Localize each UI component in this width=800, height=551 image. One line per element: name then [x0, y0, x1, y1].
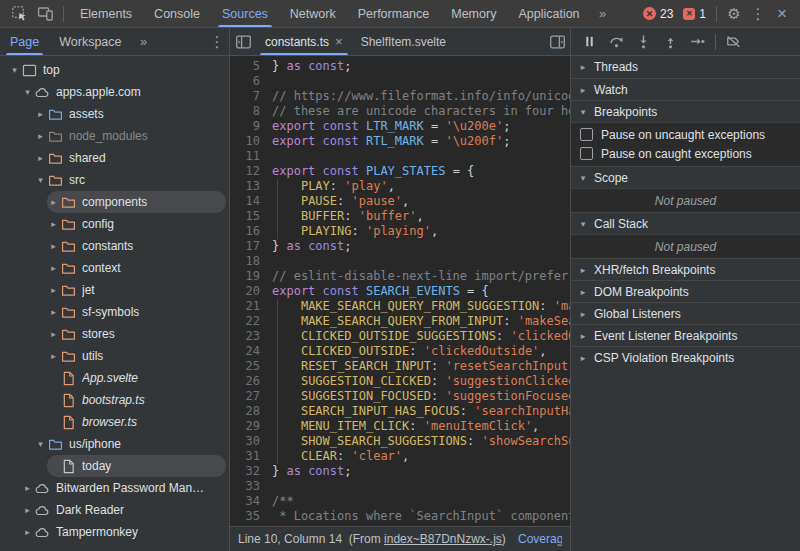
- tab-console[interactable]: Console: [143, 0, 211, 27]
- tree-item-config[interactable]: ▸config: [0, 213, 229, 235]
- tree-item-shared[interactable]: ▸shared: [0, 147, 229, 169]
- expander-closed-icon[interactable]: ▸: [34, 153, 47, 163]
- tree-item-apps-apple-com[interactable]: ▾apps.apple.com: [0, 81, 229, 103]
- line-number[interactable]: 6: [230, 74, 260, 89]
- line-number[interactable]: 21: [230, 299, 260, 314]
- tab-application[interactable]: Application: [507, 0, 590, 27]
- expander-closed-icon[interactable]: ▸: [47, 197, 60, 207]
- more-navigator-tabs-icon[interactable]: »: [132, 30, 156, 54]
- line-number[interactable]: 26: [230, 374, 260, 389]
- step-icon[interactable]: [684, 30, 711, 54]
- step-over-icon[interactable]: [603, 30, 630, 54]
- section-global-listeners[interactable]: ▸Global Listeners: [571, 302, 800, 324]
- checkbox-row-pause-on-uncaught-exceptions[interactable]: Pause on uncaught exceptions: [571, 125, 800, 144]
- pause-icon[interactable]: [576, 30, 603, 54]
- line-number[interactable]: 18: [230, 254, 260, 269]
- expander-closed-icon[interactable]: ▸: [21, 527, 34, 537]
- line-number[interactable]: 33: [230, 479, 260, 494]
- navigator-tab-page[interactable]: Page: [0, 28, 49, 55]
- tab-elements[interactable]: Elements: [69, 0, 143, 27]
- expander-closed-icon[interactable]: ▸: [47, 307, 60, 317]
- line-number[interactable]: 9: [230, 119, 260, 134]
- tree-item-context[interactable]: ▸context: [0, 257, 229, 279]
- section-csp-violation-breakpoints[interactable]: ▸CSP Violation Breakpoints: [571, 346, 800, 368]
- tree-item-top[interactable]: ▾top: [0, 59, 229, 81]
- close-tab-icon[interactable]: ×: [335, 35, 343, 48]
- tree-item-today[interactable]: today: [0, 455, 229, 477]
- line-number[interactable]: 11: [230, 149, 260, 164]
- line-number[interactable]: 16: [230, 224, 260, 239]
- line-number[interactable]: 7: [230, 89, 260, 104]
- expander-open-icon[interactable]: ▾: [34, 439, 47, 449]
- section-event-listener-breakpoints[interactable]: ▸Event Listener Breakpoints: [571, 324, 800, 346]
- expander-closed-icon[interactable]: ▸: [47, 285, 60, 295]
- tree-item-assets[interactable]: ▸assets: [0, 103, 229, 125]
- kebab-menu-icon[interactable]: ⋮: [746, 2, 770, 26]
- line-number[interactable]: 10: [230, 134, 260, 149]
- line-number[interactable]: 8: [230, 104, 260, 119]
- device-toolbar-icon[interactable]: [32, 2, 58, 26]
- line-number[interactable]: 30: [230, 434, 260, 449]
- tree-item-utils[interactable]: ▸utils: [0, 345, 229, 367]
- section-xhr-fetch-breakpoints[interactable]: ▸XHR/fetch Breakpoints: [571, 258, 800, 280]
- line-number[interactable]: 29: [230, 419, 260, 434]
- step-into-icon[interactable]: [630, 30, 657, 54]
- line-number[interactable]: 27: [230, 389, 260, 404]
- editor-tab-shelfitem-svelte[interactable]: ShelfItem.svelte: [352, 28, 455, 55]
- line-number[interactable]: 23: [230, 329, 260, 344]
- tree-item-app-svelte[interactable]: App.svelte: [0, 367, 229, 389]
- line-number[interactable]: 20: [230, 284, 260, 299]
- navigator-tab-workspace[interactable]: Workspace: [49, 28, 131, 55]
- line-number[interactable]: 13: [230, 179, 260, 194]
- line-number[interactable]: 25: [230, 359, 260, 374]
- tree-item-tampermonkey[interactable]: ▸Tampermonkey: [0, 521, 229, 543]
- expander-closed-icon[interactable]: ▸: [21, 483, 34, 493]
- line-number[interactable]: 22: [230, 314, 260, 329]
- expander-closed-icon[interactable]: ▸: [47, 329, 60, 339]
- expander-closed-icon[interactable]: ▸: [34, 131, 47, 141]
- line-number[interactable]: 32: [230, 464, 260, 479]
- section-breakpoints[interactable]: ▾Breakpoints: [571, 100, 800, 122]
- error-badge[interactable]: ✕ 23: [643, 7, 673, 21]
- tree-item-sf-symbols[interactable]: ▸sf-symbols: [0, 301, 229, 323]
- expander-open-icon[interactable]: ▾: [8, 65, 21, 75]
- checkbox-row-pause-on-caught-exceptions[interactable]: Pause on caught exceptions: [571, 144, 800, 163]
- editor-tab-constants-ts[interactable]: constants.ts×: [256, 28, 352, 55]
- tab-sources[interactable]: Sources: [211, 0, 279, 27]
- tree-item-dark-reader[interactable]: ▸Dark Reader: [0, 499, 229, 521]
- line-number[interactable]: 28: [230, 404, 260, 419]
- line-number[interactable]: 12: [230, 164, 260, 179]
- expander-closed-icon[interactable]: ▸: [47, 351, 60, 361]
- expander-closed-icon[interactable]: ▸: [34, 109, 47, 119]
- line-number[interactable]: 24: [230, 344, 260, 359]
- section-call-stack[interactable]: ▾Call Stack: [571, 212, 800, 234]
- inspect-element-icon[interactable]: [6, 2, 32, 26]
- coverage-link[interactable]: Coverage: [518, 532, 562, 546]
- tree-item-node-modules[interactable]: ▸node_modules: [0, 125, 229, 147]
- section-scope[interactable]: ▾Scope: [571, 166, 800, 188]
- tree-item-constants[interactable]: ▸constants: [0, 235, 229, 257]
- toggle-navigator-icon[interactable]: [230, 30, 256, 54]
- tree-item-browser-ts[interactable]: browser.ts: [0, 411, 229, 433]
- gear-icon[interactable]: ⚙: [722, 2, 746, 26]
- line-number[interactable]: 14: [230, 194, 260, 209]
- tree-item-us-iphone[interactable]: ▾us/iphone: [0, 433, 229, 455]
- expander-open-icon[interactable]: ▾: [34, 175, 47, 185]
- code-editor[interactable]: 5} as const;67// https://www.fileformat.…: [230, 56, 570, 526]
- section-threads[interactable]: ▸Threads: [571, 56, 800, 78]
- checkbox[interactable]: [580, 128, 593, 141]
- mapped-source-link[interactable]: index~B87DnNzwx-.js: [384, 532, 502, 546]
- section-dom-breakpoints[interactable]: ▸DOM Breakpoints: [571, 280, 800, 302]
- expander-open-icon[interactable]: ▾: [21, 87, 34, 97]
- step-out-icon[interactable]: [657, 30, 684, 54]
- line-number[interactable]: 5: [230, 59, 260, 74]
- section-watch[interactable]: ▸Watch: [571, 78, 800, 100]
- line-number[interactable]: 17: [230, 239, 260, 254]
- more-tabs-icon[interactable]: »: [591, 2, 615, 26]
- tab-performance[interactable]: Performance: [347, 0, 441, 27]
- navigator-kebab-icon[interactable]: ⋮: [205, 30, 229, 54]
- toggle-debugger-sidebar-icon[interactable]: [544, 30, 570, 54]
- expander-closed-icon[interactable]: ▸: [47, 241, 60, 251]
- line-number[interactable]: 19: [230, 269, 260, 284]
- tab-network[interactable]: Network: [279, 0, 347, 27]
